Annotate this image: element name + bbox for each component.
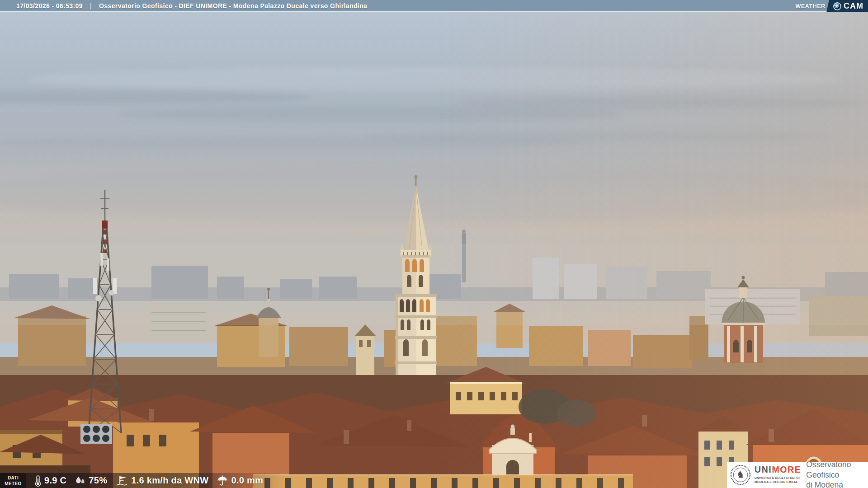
city-panorama — [0, 0, 868, 488]
weathercam-logo: WEATHER CAM — [796, 0, 868, 12]
observatory-name: Osservatorio Geofisico di Modena — [806, 460, 868, 488]
university-name-line1: UNIVERSITÀ DEGLI STUDI DI — [755, 476, 801, 480]
weathercam-logo-cam-box: CAM — [831, 0, 868, 12]
webcam-frame: 17/03/2026 - 06:53:09 | Osservatorio Geo… — [0, 0, 868, 488]
observatory-name-line1: Osservatorio Geofisico — [806, 460, 868, 480]
rain-value: 0.0 mm — [231, 475, 263, 486]
wind-icon — [116, 475, 128, 486]
humidity-icon — [75, 476, 85, 485]
temperature-value: 9.9 C — [44, 475, 66, 486]
camera-title: Osservatorio Geofisico - DIEF UNIMORE - … — [99, 2, 367, 9]
sunrise-glow — [0, 0, 868, 488]
unimore-branding: ♞ 1175 UNIMORE UNIVERSITÀ DEGLI STUDI DI… — [727, 462, 868, 488]
weather-data-bar: DATI METEO 9.9 C 75% — [0, 473, 294, 488]
weather-data-label: DATI METEO — [0, 473, 26, 488]
humidity-value: 75% — [89, 475, 107, 486]
weather-data-label-line2: METEO — [5, 481, 22, 487]
seal-year: 1175 — [738, 480, 743, 483]
thermometer-icon — [35, 475, 41, 487]
separator: | — [90, 2, 92, 9]
weathercam-logo-weather: WEATHER — [796, 3, 831, 9]
weathercam-logo-cam: CAM — [844, 1, 863, 11]
seal-knight-glyph: ♞ — [736, 469, 745, 479]
rain-reading: 0.0 mm — [217, 475, 263, 486]
wind-reading: 1.6 km/h da WNW — [116, 475, 208, 486]
camera-lens-icon — [833, 2, 841, 10]
unimore-seal-icon: ♞ 1175 — [730, 465, 751, 485]
observatory-name-line2: di Modena — [806, 480, 868, 488]
humidity-reading: 75% — [75, 475, 107, 486]
university-name-line2: MODENA E REGGIO EMILIA — [755, 480, 801, 484]
top-bar: 17/03/2026 - 06:53:09 | Osservatorio Geo… — [0, 0, 868, 12]
unimore-acronym: UNIMORE — [755, 465, 801, 474]
university-name: UNIVERSITÀ DEGLI STUDI DI MODENA E REGGI… — [755, 476, 801, 484]
rain-icon — [217, 475, 228, 486]
timestamp: 17/03/2026 - 06:53:09 — [16, 2, 83, 9]
temperature-reading: 9.9 C — [35, 475, 66, 487]
weather-data-label-line1: DATI — [8, 475, 19, 481]
unimore-acronym-uni: UNI — [755, 465, 772, 474]
unimore-wordmark: UNIMORE UNIVERSITÀ DEGLI STUDI DI MODENA… — [755, 465, 801, 484]
unimore-acronym-more: MORE — [772, 465, 801, 474]
wind-value: 1.6 km/h da WNW — [131, 475, 208, 486]
